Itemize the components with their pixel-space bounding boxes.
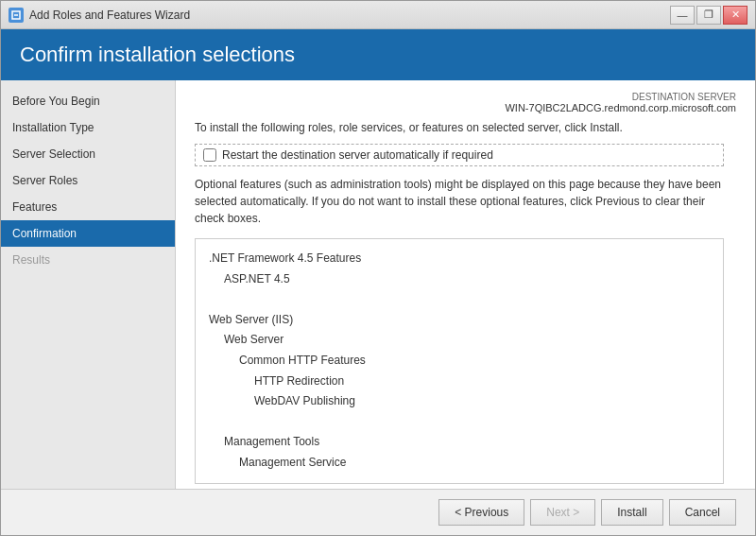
titlebar-buttons: — ❐ ✕	[670, 6, 747, 25]
optional-features-text: Optional features (such as administratio…	[195, 176, 736, 227]
feature-management-service: Management Service	[239, 453, 710, 474]
sidebar-item-confirmation[interactable]: Confirmation	[1, 220, 175, 247]
page-title: Confirm installation selections	[20, 43, 736, 67]
features-list-box: .NET Framework 4.5 Features ASP.NET 4.5 …	[195, 238, 724, 484]
sidebar-item-results: Results	[1, 247, 175, 273]
feature-common-http: Common HTTP Features	[239, 351, 710, 372]
destination-server-name: WIN-7QIBC2LADCG.redmond.corp.microsoft.c…	[505, 102, 736, 113]
restart-checkbox-label[interactable]: Restart the destination server automatic…	[222, 148, 493, 162]
destination-server-label: DESTINATION SERVER	[195, 92, 736, 102]
restart-checkbox[interactable]	[203, 148, 216, 162]
next-button[interactable]: Next >	[530, 499, 595, 526]
feature-management-tools: Management Tools	[224, 432, 710, 453]
feature-spacer-2	[209, 412, 710, 433]
previous-button[interactable]: < Previous	[438, 499, 524, 526]
sidebar-item-features[interactable]: Features	[1, 194, 175, 220]
feature-web-server: Web Server	[224, 330, 710, 351]
close-button[interactable]: ✕	[723, 6, 747, 25]
titlebar-left: Add Roles and Features Wizard	[9, 8, 190, 23]
feature-web-server-iis: Web Server (IIS)	[209, 310, 710, 331]
sidebar-item-before-you-begin[interactable]: Before You Begin	[1, 88, 175, 114]
cancel-button[interactable]: Cancel	[669, 499, 736, 526]
sidebar: Before You Begin Installation Type Serve…	[1, 80, 176, 489]
wizard-window: Add Roles and Features Wizard — ❐ ✕ Conf…	[0, 0, 756, 536]
restart-checkbox-row: Restart the destination server automatic…	[195, 144, 724, 166]
sidebar-item-server-selection[interactable]: Server Selection	[1, 141, 175, 167]
feature-spacer-1	[209, 289, 710, 310]
destination-server-info: DESTINATION SERVER WIN-7QIBC2LADCG.redmo…	[195, 92, 736, 113]
feature-webdav: WebDAV Publishing	[254, 391, 710, 412]
feature-aspnet45: ASP.NET 4.5	[224, 269, 710, 290]
minimize-button[interactable]: —	[670, 6, 695, 25]
instruction-text: To install the following roles, role ser…	[195, 121, 736, 134]
content-panel: DESTINATION SERVER WIN-7QIBC2LADCG.redmo…	[176, 80, 755, 489]
sidebar-item-installation-type[interactable]: Installation Type	[1, 114, 175, 141]
wizard-icon	[9, 8, 24, 23]
main-content: Before You Begin Installation Type Serve…	[1, 80, 755, 489]
window-title: Add Roles and Features Wizard	[29, 9, 190, 22]
sidebar-item-server-roles[interactable]: Server Roles	[1, 167, 175, 194]
titlebar: Add Roles and Features Wizard — ❐ ✕	[1, 1, 755, 29]
install-button[interactable]: Install	[601, 499, 662, 526]
restore-button[interactable]: ❐	[696, 6, 721, 25]
header-bar: Confirm installation selections	[1, 29, 755, 80]
feature-net-framework: .NET Framework 4.5 Features	[209, 249, 710, 269]
feature-http-redirection: HTTP Redirection	[254, 372, 710, 392]
footer: < Previous Next > Install Cancel	[1, 489, 755, 535]
